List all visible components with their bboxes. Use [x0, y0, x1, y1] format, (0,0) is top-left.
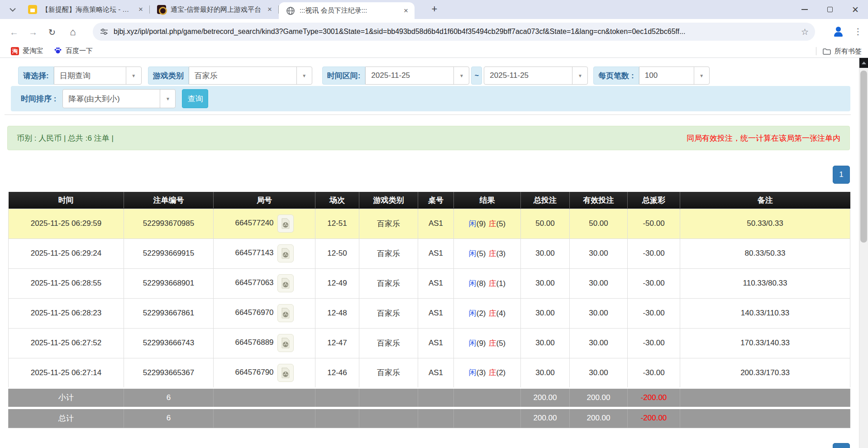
- cell-result: 闲(5)庄(3): [454, 238, 521, 268]
- sum-total-bet: 200.00: [521, 388, 570, 408]
- result-player-label: 闲: [469, 368, 477, 377]
- column-header: 局号: [214, 192, 315, 209]
- date-from-select[interactable]: 2025-11-25 ▼: [365, 67, 469, 85]
- url-text[interactable]: bjbj.xyz/ipl/portal.php/game/betrecord_s…: [114, 28, 796, 36]
- browser-tab-2[interactable]: 通宝-信誉最好的网上游戏平台×: [150, 0, 278, 19]
- tab-close-icon[interactable]: ×: [137, 5, 145, 14]
- cell-remark: 140.33/110.33: [680, 298, 850, 328]
- per-page-select[interactable]: 100 ▼: [639, 67, 710, 85]
- video-replay-button[interactable]: [277, 304, 294, 322]
- site-settings-icon[interactable]: [100, 28, 108, 36]
- total-row: 总计6200.00200.00-200.00: [9, 408, 850, 428]
- sum-empty-cell: [454, 388, 521, 408]
- result-player-label: 闲: [469, 309, 477, 318]
- result-banker-score: (5): [496, 339, 506, 348]
- yellow-doc-favicon-icon: [28, 5, 37, 14]
- table-row: 2025-11-25 06:29:24522993669915664577143…: [9, 238, 850, 268]
- reload-button[interactable]: ↻: [45, 25, 59, 39]
- cell-round-no: 664577063: [214, 268, 315, 298]
- game-type-select[interactable]: 百家乐 ▼: [189, 67, 312, 85]
- video-replay-button[interactable]: [277, 334, 294, 352]
- scroll-up-button[interactable]: [859, 58, 868, 68]
- all-bookmarks-label: 所有书签: [835, 47, 862, 56]
- close-icon: ✕: [852, 5, 859, 14]
- search-button[interactable]: 查询: [182, 89, 208, 108]
- pagination-page-1[interactable]: 1: [833, 166, 850, 184]
- video-replay-button[interactable]: [277, 244, 294, 262]
- cell-time: 2025-11-25 06:28:55: [9, 268, 124, 298]
- cell-session: 12-48: [315, 298, 359, 328]
- window-controls: ✕: [792, 0, 868, 19]
- sum-empty-cell: [315, 388, 359, 408]
- result-banker-label: 庄: [489, 368, 496, 377]
- currency-summary-text: 币别 : 人民币 | 总共 :6 注单 |: [17, 133, 114, 143]
- cell-bet-no: 522993670985: [124, 209, 214, 238]
- bookmark-star-icon[interactable]: ☆: [801, 27, 809, 37]
- sum-valid-bet: 200.00: [570, 408, 628, 428]
- cell-round-no: 664576790: [214, 358, 315, 388]
- round-no-text: 664576790: [235, 368, 273, 377]
- sum-count: 6: [124, 388, 214, 408]
- chevron-down-icon: ▼: [160, 90, 175, 108]
- result-banker-label: 庄: [489, 279, 496, 288]
- cell-result: 闲(2)庄(4): [454, 298, 521, 328]
- chevron-down-icon: ▼: [694, 67, 709, 84]
- forward-button[interactable]: →: [26, 25, 40, 39]
- cell-payout: -30.00: [628, 358, 680, 388]
- window-close-button[interactable]: ✕: [843, 0, 868, 19]
- video-replay-button[interactable]: [277, 364, 294, 382]
- cell-valid-bet: 50.00: [570, 209, 628, 238]
- minimize-icon: [801, 9, 808, 10]
- cell-valid-bet: 30.00: [570, 358, 628, 388]
- tab-search-button[interactable]: [6, 4, 19, 15]
- tab-title: :::视讯 会员下注纪录:::: [300, 6, 398, 15]
- back-button[interactable]: ←: [7, 25, 21, 39]
- sum-empty-cell: [359, 388, 418, 408]
- sort-order-select[interactable]: 降幂(由大到小) ▼: [62, 89, 176, 108]
- query-type-select[interactable]: 日期查询 ▼: [54, 67, 142, 85]
- cell-result: 闲(8)庄(1): [454, 268, 521, 298]
- cell-game-type: 百家乐: [359, 328, 418, 358]
- browser-menu-button[interactable]: ⋮: [853, 25, 863, 38]
- sort-filter-row: 时间排序 : 降幂(由大到小) ▼ 查询: [11, 86, 850, 111]
- video-replay-button[interactable]: [277, 214, 294, 233]
- bookmark-item-1[interactable]: 淘爱淘宝: [11, 47, 43, 55]
- chevron-down-icon: ▼: [572, 67, 587, 84]
- per-page-label: 每页笔数 :: [593, 67, 639, 85]
- result-player-score: (5): [477, 249, 486, 258]
- cell-remark: 50.33/0.33: [680, 209, 850, 238]
- tab-close-icon[interactable]: ×: [402, 7, 410, 15]
- window-minimize-button[interactable]: [792, 0, 817, 19]
- cell-game-type: 百家乐: [359, 268, 418, 298]
- result-banker-score: (2): [496, 368, 506, 377]
- cell-total-bet: 30.00: [521, 358, 570, 388]
- browser-tab-1[interactable]: 【新提醒】海燕策略论坛 - 综合×: [21, 0, 149, 19]
- home-button[interactable]: ⌂: [66, 25, 80, 39]
- table-body: 2025-11-25 06:29:59522993670985664577240…: [9, 209, 850, 428]
- cell-total-bet: 30.00: [521, 328, 570, 358]
- cell-table-no: AS1: [418, 328, 454, 358]
- window-maximize-button[interactable]: [817, 0, 843, 19]
- cell-round-no: 664576970: [214, 298, 315, 328]
- chevron-down-icon: ▼: [453, 67, 469, 84]
- cell-payout: -30.00: [628, 238, 680, 268]
- bookmark-item-2[interactable]: 百度一下: [54, 46, 93, 56]
- round-no-text: 664577143: [235, 248, 273, 257]
- cell-round-no: 664576889: [214, 328, 315, 358]
- all-bookmarks-button[interactable]: 所有书签: [816, 44, 862, 58]
- tab-close-icon[interactable]: ×: [266, 5, 274, 14]
- date-to-select[interactable]: 2025-11-25 ▼: [484, 67, 588, 85]
- cell-table-no: AS1: [418, 358, 454, 388]
- page-scrollbar[interactable]: [859, 58, 868, 448]
- scrollbar-thumb[interactable]: [860, 71, 867, 243]
- result-banker-score: (4): [496, 309, 506, 318]
- video-replay-button[interactable]: [277, 274, 294, 292]
- profile-avatar[interactable]: [832, 25, 845, 38]
- new-tab-button[interactable]: +: [428, 4, 441, 15]
- tab-title: 通宝-信誉最好的网上游戏平台: [171, 5, 262, 14]
- browser-tab-3[interactable]: :::视讯 会员下注纪录:::×: [279, 2, 415, 19]
- maximize-icon: [827, 7, 833, 12]
- cell-bet-no: 522993665367: [124, 358, 214, 388]
- pagination-page-1-bottom[interactable]: 1: [833, 443, 850, 448]
- url-bar[interactable]: bjbj.xyz/ipl/portal.php/game/betrecord_s…: [93, 23, 815, 41]
